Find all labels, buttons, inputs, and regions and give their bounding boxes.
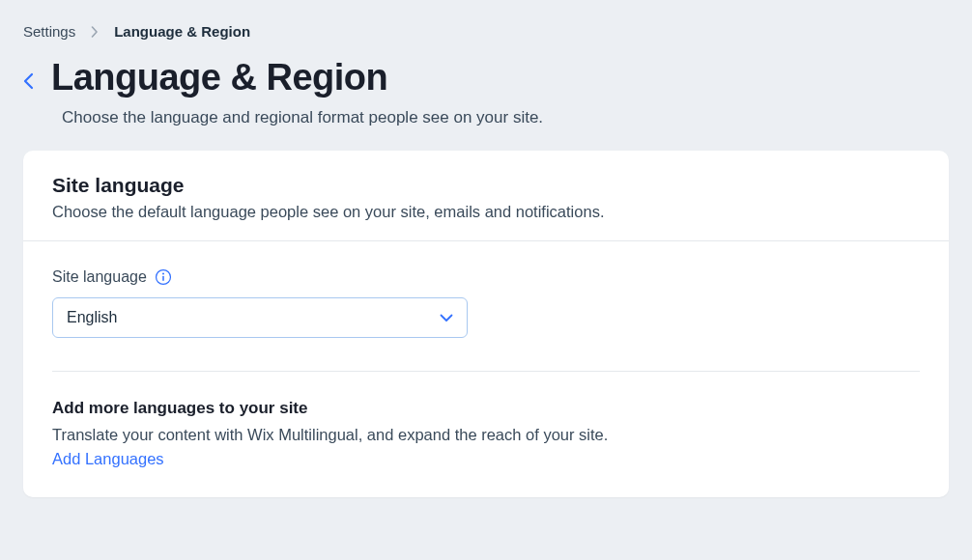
site-language-value: English bbox=[67, 309, 117, 326]
page-subtitle: Choose the language and regional format … bbox=[62, 108, 949, 127]
breadcrumb-current: Language & Region bbox=[114, 23, 250, 40]
svg-rect-2 bbox=[162, 276, 164, 281]
chevron-right-icon bbox=[91, 26, 99, 38]
breadcrumb: Settings Language & Region bbox=[23, 23, 949, 40]
site-language-label: Site language bbox=[52, 268, 147, 286]
multilingual-title: Add more languages to your site bbox=[52, 399, 920, 418]
site-language-card: Site language Choose the default languag… bbox=[23, 151, 949, 497]
add-languages-link[interactable]: Add Languages bbox=[52, 450, 920, 468]
page-title: Language & Region bbox=[51, 57, 387, 98]
info-icon[interactable] bbox=[155, 268, 172, 286]
back-arrow-icon[interactable] bbox=[23, 67, 34, 90]
chevron-down-icon bbox=[440, 314, 453, 322]
card-subtitle: Choose the default language people see o… bbox=[52, 203, 920, 221]
svg-point-1 bbox=[162, 272, 164, 274]
multilingual-description: Translate your content with Wix Multilin… bbox=[52, 426, 920, 444]
divider bbox=[52, 371, 920, 372]
site-language-select[interactable]: English bbox=[52, 297, 468, 338]
card-title: Site language bbox=[52, 174, 920, 197]
breadcrumb-parent-link[interactable]: Settings bbox=[23, 23, 75, 40]
